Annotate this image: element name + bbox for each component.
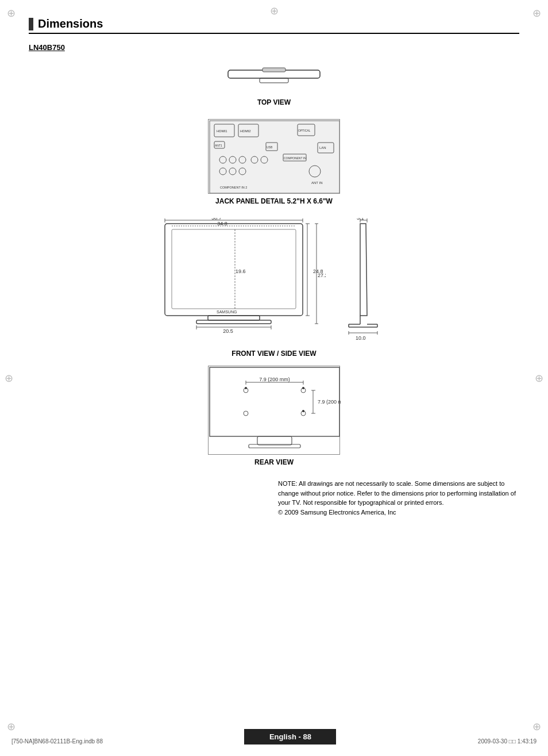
svg-text:7.9 (200 mm): 7.9 (200 mm): [259, 377, 290, 382]
svg-text:USB: USB: [267, 145, 273, 149]
front-view: SAMSUNG 38.7 34.8 19.6 20.5: [148, 218, 326, 346]
footer-left: [750-NA]BN68-02111B-Eng.indb 88: [11, 738, 103, 745]
copyright: © 2009 Samsung Electronics America, Inc: [278, 509, 396, 516]
note-section: NOTE: All drawings are not necessarily t…: [29, 479, 519, 517]
top-crosshair: ⊕: [270, 5, 279, 17]
side-view-svg: 3.1 10.0: [343, 218, 400, 344]
right-crosshair: ⊕: [535, 372, 543, 385]
svg-text:10.0: 10.0: [356, 335, 366, 341]
front-view-svg: SAMSUNG 38.7 34.8 19.6 20.5: [148, 218, 326, 344]
svg-text:ANT IN: ANT IN: [311, 181, 323, 185]
svg-text:OPTICAL: OPTICAL: [298, 129, 311, 132]
rear-view-label: REAR VIEW: [254, 458, 294, 466]
model-number: LN40B750: [29, 43, 519, 52]
left-crosshair: ⊕: [5, 372, 13, 385]
svg-text:SAMSUNG: SAMSUNG: [217, 310, 237, 314]
corner-mark-tr: ⊕: [532, 7, 541, 20]
jack-panel-label: JACK PANEL DETAIL 5.2"H X 6.6"W: [215, 197, 333, 205]
svg-text:COMPONENT IN: COMPONENT IN: [284, 156, 306, 160]
svg-text:20.5: 20.5: [223, 328, 233, 334]
title-bar: [29, 18, 33, 30]
svg-point-85: [302, 410, 304, 412]
svg-point-73: [244, 411, 248, 416]
svg-rect-1: [260, 78, 288, 83]
svg-text:34.8: 34.8: [217, 221, 227, 227]
section-title: Dimensions: [29, 17, 519, 34]
footer-right: 2009-03-30 □□ 1:43:19: [478, 738, 537, 745]
note-text: NOTE: All drawings are not necessarily t…: [278, 479, 519, 517]
page: ⊕ ⊕ ⊕ ⊕ ⊕ ⊕ ⊕ Dimensions LN40B750 TOP VI…: [0, 0, 548, 756]
svg-rect-31: [208, 316, 260, 320]
svg-text:3.1: 3.1: [357, 218, 364, 221]
svg-text:27.2: 27.2: [318, 273, 326, 278]
svg-text:COMPONENT IN 2: COMPONENT IN 2: [220, 186, 247, 189]
note-body: NOTE: All drawings are not necessarily t…: [278, 480, 516, 506]
side-view: 3.1 10.0: [343, 218, 400, 346]
svg-rect-69: [257, 436, 292, 445]
svg-text:HDMI1: HDMI1: [217, 129, 227, 133]
top-view-label: TOP VIEW: [257, 98, 291, 106]
svg-text:HDMI2: HDMI2: [240, 129, 251, 133]
jack-panel-section: HDMI1 HDMI2 ANT1 OPTICAL LAN: [29, 119, 519, 208]
rear-view-svg: 7.9 (200 mm) 7.9 (200 mm): [209, 366, 341, 455]
svg-rect-2: [263, 68, 285, 72]
svg-text:ANT1: ANT1: [215, 144, 222, 147]
svg-point-79: [245, 387, 247, 389]
jack-panel-image: HDMI1 HDMI2 ANT1 OPTICAL LAN: [208, 119, 340, 194]
svg-point-80: [302, 387, 304, 389]
front-side-label: FRONT VIEW / SIDE VIEW: [29, 350, 519, 358]
svg-text:19.6: 19.6: [236, 268, 246, 274]
svg-text:7.9 (200 mm): 7.9 (200 mm): [318, 399, 341, 405]
page-number: English - 88: [244, 729, 336, 745]
rear-view-section: 7.9 (200 mm) 7.9 (200 mm) REAR VIEW: [29, 366, 519, 469]
svg-text:LAN: LAN: [319, 146, 326, 149]
top-view-svg: [194, 63, 354, 95]
top-view-section: TOP VIEW: [29, 63, 519, 109]
corner-mark-tl: ⊕: [7, 7, 16, 20]
rear-view-image: 7.9 (200 mm) 7.9 (200 mm): [208, 366, 340, 455]
svg-rect-32: [196, 320, 271, 324]
svg-rect-29: [165, 224, 303, 316]
front-side-label-container: FRONT VIEW / SIDE VIEW: [29, 350, 519, 358]
front-side-container: SAMSUNG 38.7 34.8 19.6 20.5: [29, 218, 519, 346]
footer: [750-NA]BN68-02111B-Eng.indb 88 English …: [0, 729, 548, 745]
section-title-text: Dimensions: [38, 17, 103, 30]
jack-panel-svg: HDMI1 HDMI2 ANT1 OPTICAL LAN: [209, 120, 340, 194]
svg-rect-30: [172, 229, 296, 309]
